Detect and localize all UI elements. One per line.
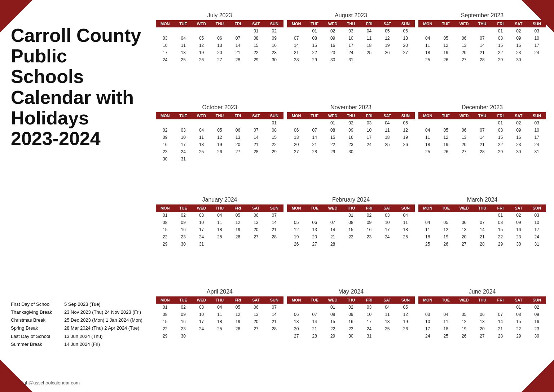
day-header: SAT — [378, 204, 396, 211]
month-calendar: March 2024MONTUEWEDTHUFRISATSUN010203040… — [418, 195, 547, 286]
calendar-day: 22 — [491, 233, 509, 241]
calendar-day — [437, 303, 455, 311]
day-header: TUE — [305, 113, 324, 119]
table-row: 24252627282930 — [419, 332, 546, 340]
calendar-day: 17 — [360, 318, 378, 325]
calendar-day: 02 — [360, 211, 378, 219]
table-row: 06070809101112 — [287, 127, 415, 134]
calendar-day: 30 — [265, 56, 283, 63]
table-row: 09101112131415 — [156, 134, 283, 141]
calendar-day: 20 — [473, 325, 491, 332]
calendar-day: 09 — [528, 311, 546, 318]
calendar-day: 18 — [396, 226, 414, 233]
calendar-day: 02 — [156, 127, 174, 134]
calendar-day: 18 — [211, 318, 229, 325]
calendar-day: 29 — [491, 148, 509, 155]
calendar-day: 16 — [528, 318, 546, 325]
calendar-day: 03 — [174, 127, 192, 134]
day-header: SUN — [396, 21, 414, 27]
calendar-day — [211, 155, 229, 163]
calendar-day: 30 — [510, 148, 528, 155]
holiday-label: Spring Break — [11, 324, 61, 332]
day-header: MON — [419, 204, 437, 211]
calendar-day: 29 — [156, 241, 174, 248]
calendar-day: 24 — [360, 325, 378, 332]
day-header: SUN — [396, 113, 414, 119]
calendar-day: 06 — [287, 311, 305, 318]
calendar-day: 15 — [491, 226, 509, 233]
calendar-day: 11 — [437, 318, 455, 325]
calendar-day: 21 — [229, 49, 247, 56]
table-row: 10111213141516 — [156, 42, 283, 49]
day-header: SUN — [265, 296, 283, 303]
calendar-day: 20 — [211, 49, 229, 56]
calendar-day: 14 — [229, 42, 247, 49]
calendar-day: 06 — [287, 127, 305, 134]
calendar-day: 01 — [510, 303, 528, 311]
calendar-day: 21 — [305, 325, 324, 332]
calendar-day: 30 — [174, 241, 192, 248]
day-header: WED — [192, 113, 210, 119]
calendar-day: 19 — [437, 233, 455, 241]
holiday-label: Summer Break — [11, 340, 61, 348]
calendar-day: 15 — [510, 318, 528, 325]
table-row: 22232425262728 — [156, 325, 283, 332]
calendar-day: 18 — [360, 42, 378, 49]
calendar-day: 25 — [378, 325, 396, 332]
calendar-day: 26 — [396, 325, 414, 332]
calendar-day: 10 — [174, 134, 192, 141]
calendar-day: 03 — [192, 303, 210, 311]
calendar-day: 02 — [528, 303, 546, 311]
holiday-row: Summer Break14 Jun 2024 (Fri) — [11, 340, 144, 348]
month-calendar: May 2024MONTUEWEDTHUFRISATSUN01020304050… — [286, 287, 416, 378]
calendar-day: 11 — [378, 127, 396, 134]
table-row: 28293031 — [287, 56, 415, 63]
calendar-day: 19 — [396, 318, 414, 325]
calendar-day: 22 — [342, 233, 360, 241]
day-header: SUN — [265, 113, 283, 119]
calendar-day: 07 — [247, 127, 265, 134]
table-row: 0102030405 — [287, 119, 415, 127]
holiday-dates: 28 Mar 2024 (Thu) 2 Apr 2024 (Tue) — [64, 324, 139, 332]
calendar-day: 02 — [510, 27, 528, 35]
day-header: MON — [156, 113, 174, 119]
calendar-day: 07 — [287, 35, 305, 42]
calendar-day: 28 — [265, 233, 283, 241]
table-row: 01020304 — [287, 211, 415, 219]
table-row: 05060708091011 — [287, 219, 415, 226]
calendar-day: 13 — [287, 134, 305, 141]
calendar-day: 10 — [342, 35, 360, 42]
calendar-day: 17 — [342, 42, 360, 49]
calendar-day — [211, 27, 229, 35]
calendar-day: 31 — [528, 241, 546, 248]
month-title: January 2024 — [202, 197, 237, 203]
calendar-day — [229, 241, 247, 248]
calendar-day: 15 — [156, 226, 174, 233]
calendar-day: 07 — [229, 35, 247, 42]
calendar-day: 22 — [324, 141, 342, 148]
calendar-day — [229, 332, 247, 340]
calendar-day: 25 — [378, 141, 396, 148]
calendar-day: 31 — [342, 56, 360, 63]
day-header: SAT — [247, 113, 265, 119]
calendar-table: MONTUEWEDTHUFRISATSUN0102030405060708091… — [287, 296, 415, 340]
calendar-day — [247, 332, 265, 340]
calendar-day — [378, 148, 396, 155]
calendar-day: 03 — [156, 35, 174, 42]
calendar-day: 16 — [342, 134, 360, 141]
table-row: 3031 — [156, 155, 283, 163]
calendar-day: 29 — [491, 241, 509, 248]
day-header: SAT — [510, 204, 528, 211]
calendar-day: 20 — [287, 141, 305, 148]
calendar-day — [473, 211, 491, 219]
calendar-day: 26 — [287, 241, 305, 248]
calendar-day: 08 — [491, 127, 509, 134]
calendar-day: 12 — [229, 219, 247, 226]
calendar-day: 05 — [287, 219, 305, 226]
calendar-day: 05 — [396, 119, 414, 127]
calendar-day: 30 — [528, 332, 546, 340]
month-calendar: February 2024MONTUEWEDTHUFRISATSUN010203… — [286, 195, 416, 286]
day-header: TUE — [437, 113, 455, 119]
calendar-day: 16 — [265, 42, 283, 49]
calendar-day — [174, 119, 192, 127]
